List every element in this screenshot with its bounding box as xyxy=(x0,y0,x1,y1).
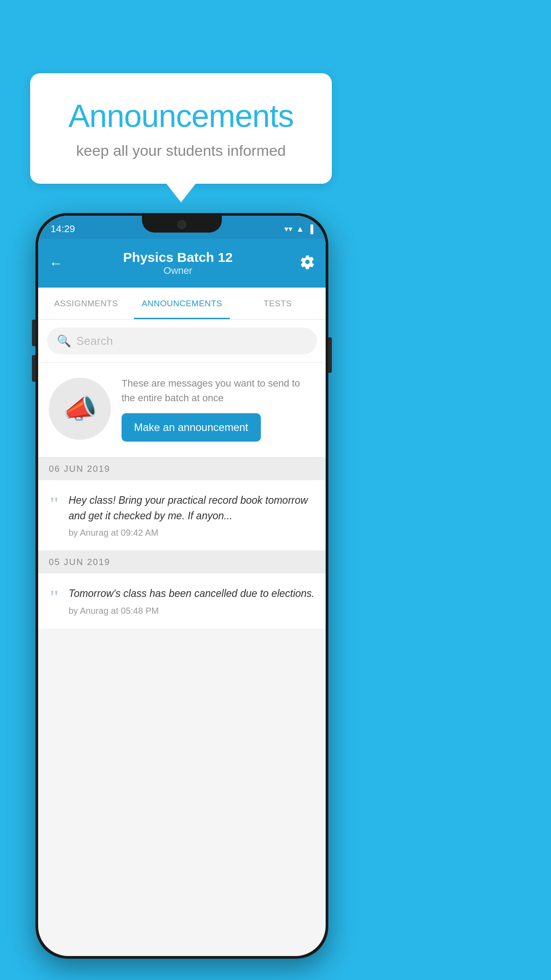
announcement-item-1[interactable]: " Hey class! Bring your practical record… xyxy=(38,480,326,551)
bubble-subtitle: keep all your students informed xyxy=(57,142,305,159)
search-icon: 🔍 xyxy=(57,334,71,348)
app-bar: ← Physics Batch 12 Owner xyxy=(38,239,326,288)
app-bar-title-area: Physics Batch 12 Owner xyxy=(63,250,293,277)
speech-bubble: Announcements keep all your students inf… xyxy=(30,73,332,184)
phone-screen: 14:29 ▾▾ ▲ ▐ ← Physics Batch 12 Owner xyxy=(38,216,326,956)
announcement-meta-1: by Anurag at 09:42 AM xyxy=(68,528,315,538)
megaphone-icon: 📣 xyxy=(63,393,97,425)
announcement-text-2: Tomorrow's class has been cancelled due … xyxy=(68,586,315,601)
quote-icon-2: " xyxy=(49,588,59,607)
search-bar-container: 🔍 Search xyxy=(38,320,326,363)
battery-icon: ▐ xyxy=(307,225,313,234)
gear-icon xyxy=(300,254,315,269)
back-button[interactable]: ← xyxy=(49,255,63,272)
announcement-text-1: Hey class! Bring your practical record b… xyxy=(68,493,315,523)
speech-bubble-container: Announcements keep all your students inf… xyxy=(30,73,332,184)
tab-assignments[interactable]: ASSIGNMENTS xyxy=(38,288,134,319)
tab-announcements[interactable]: ANNOUNCEMENTS xyxy=(134,288,230,319)
promo-content: These are messages you want to send to t… xyxy=(122,376,315,442)
make-announcement-button[interactable]: Make an announcement xyxy=(122,413,261,442)
bubble-title: Announcements xyxy=(57,98,305,134)
promo-description: These are messages you want to send to t… xyxy=(122,376,315,405)
announcement-promo: 📣 These are messages you want to send to… xyxy=(38,363,326,458)
search-placeholder: Search xyxy=(76,334,113,348)
status-icons: ▾▾ ▲ ▐ xyxy=(284,224,313,234)
camera xyxy=(177,220,186,229)
phone-frame: 14:29 ▾▾ ▲ ▐ ← Physics Batch 12 Owner xyxy=(35,213,328,959)
date-separator-1: 06 JUN 2019 xyxy=(38,458,326,480)
app-bar-title: Physics Batch 12 xyxy=(63,250,293,265)
tab-bar: ASSIGNMENTS ANNOUNCEMENTS TESTS xyxy=(38,288,326,320)
announcement-meta-2: by Anurag at 05:48 PM xyxy=(68,606,315,616)
date-separator-2: 05 JUN 2019 xyxy=(38,551,326,573)
announcement-content-2: Tomorrow's class has been cancelled due … xyxy=(68,586,315,616)
vol-down-button xyxy=(32,355,35,382)
signal-icon: ▲ xyxy=(296,225,304,234)
search-bar[interactable]: 🔍 Search xyxy=(47,328,317,354)
vol-up-button xyxy=(32,320,35,346)
tab-tests[interactable]: TESTS xyxy=(230,288,326,319)
status-time: 14:29 xyxy=(51,223,75,235)
app-bar-subtitle: Owner xyxy=(63,265,293,277)
settings-button[interactable] xyxy=(293,254,315,273)
promo-avatar: 📣 xyxy=(49,378,111,440)
quote-icon-1: " xyxy=(49,494,59,514)
phone-notch xyxy=(142,216,222,233)
wifi-icon: ▾▾ xyxy=(284,224,292,234)
announcement-item-2[interactable]: " Tomorrow's class has been cancelled du… xyxy=(38,573,326,628)
announcement-content-1: Hey class! Bring your practical record b… xyxy=(68,493,315,538)
power-button xyxy=(328,337,332,373)
